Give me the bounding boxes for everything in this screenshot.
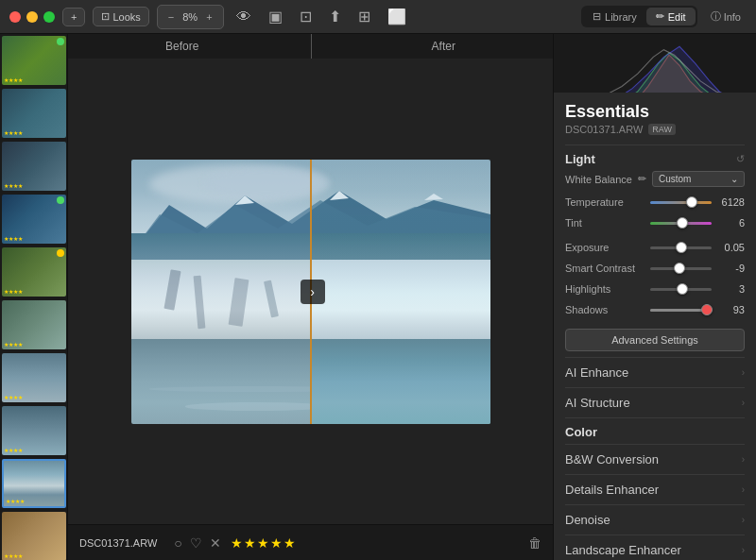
- exposure-thumb[interactable]: [676, 242, 687, 253]
- shadows-slider[interactable]: [650, 302, 712, 317]
- right-panel: ⊞ ≡ ☀ ☺ PRO ◷ ··· Essentials DSC01371.AR…: [553, 34, 756, 560]
- circle-icon[interactable]: ○: [174, 535, 181, 551]
- details-enhancer-item[interactable]: Details Enhancer ›: [565, 474, 745, 504]
- maximize-button[interactable]: [43, 11, 55, 23]
- denoise-item[interactable]: Denoise ›: [565, 504, 745, 535]
- looks-icon: ⊡: [101, 10, 110, 23]
- chevron-right-icon: ›: [742, 484, 745, 495]
- split-divider: ›: [310, 160, 312, 424]
- looks-button[interactable]: ⊡ Looks: [93, 7, 148, 26]
- chevron-right-icon: ›: [742, 545, 745, 555]
- zoom-in-button[interactable]: +: [201, 8, 216, 25]
- temperature-value: 6128: [712, 196, 745, 208]
- landscape-enhancer-item[interactable]: Landscape Enhancer ›: [565, 535, 745, 560]
- color-section-header[interactable]: Color: [565, 417, 745, 444]
- highlights-value: 3: [712, 283, 745, 295]
- filmstrip-thumb-8[interactable]: ★★★★: [2, 406, 66, 455]
- exposure-row: Exposure 0.05: [565, 240, 745, 255]
- temperature-slider[interactable]: [650, 195, 712, 210]
- tab-library[interactable]: ⊟ Library: [583, 8, 646, 25]
- compare-button[interactable]: ▣: [264, 5, 287, 28]
- crop-button[interactable]: ⊡: [295, 5, 317, 28]
- highlights-slider[interactable]: [650, 281, 712, 297]
- highlights-label: Highlights: [565, 283, 650, 295]
- tint-thumb[interactable]: [677, 217, 688, 229]
- highlights-row: Highlights 3: [565, 281, 745, 297]
- photo-container: ›: [68, 59, 553, 524]
- filmstrip-thumb-4[interactable]: ★★★★: [2, 195, 66, 244]
- photo-frame: ›: [131, 160, 490, 424]
- ai-enhance-item[interactable]: AI Enhance ›: [565, 357, 745, 387]
- exposure-label: Exposure: [565, 242, 650, 253]
- temperature-label: Temperature: [565, 196, 650, 208]
- library-icon: ⊟: [593, 10, 601, 23]
- export-button[interactable]: ⬆: [324, 5, 346, 28]
- trash-button[interactable]: 🗑: [528, 535, 541, 551]
- filmstrip: ★★★★ ★★★★ ★★★★ ★★★★ ★★★★ ★★★★: [0, 34, 68, 560]
- new-tab-button[interactable]: +: [62, 8, 85, 26]
- histogram-svg: [554, 34, 756, 93]
- after-label: After: [432, 40, 455, 53]
- bw-conversion-item[interactable]: B&W Conversion ›: [565, 444, 745, 474]
- light-reset-button[interactable]: ↺: [736, 153, 745, 165]
- ai-structure-item[interactable]: AI Structure ›: [565, 387, 745, 417]
- shadows-value: 93: [712, 304, 745, 315]
- smart-contrast-slider[interactable]: [650, 261, 712, 276]
- filmstrip-thumb-6[interactable]: ★★★★: [2, 300, 66, 349]
- grid-button[interactable]: ⊞: [353, 5, 375, 28]
- heart-icon[interactable]: ♡: [190, 535, 202, 551]
- compare-labels: Before After: [68, 34, 553, 59]
- wb-custom-dropdown[interactable]: Custom ⌄: [652, 171, 745, 187]
- chevron-right-icon: ›: [742, 398, 745, 408]
- white-balance-row: White Balance ✏ Custom ⌄: [565, 171, 745, 187]
- temperature-row: Temperature 6128: [565, 195, 745, 210]
- bottom-bar: DSC01371.ARW ○ ♡ ✕ ★★★★★ 🗑: [68, 524, 553, 560]
- filmstrip-thumb-7[interactable]: ★★★★: [2, 353, 66, 402]
- fullscreen-button[interactable]: ⬜: [383, 5, 411, 28]
- advanced-settings-button[interactable]: Advanced Settings: [565, 329, 745, 351]
- filmstrip-thumb-5[interactable]: ★★★★: [2, 247, 66, 297]
- zoom-out-button[interactable]: −: [163, 8, 179, 25]
- tab-edit[interactable]: ✏ Edit: [646, 8, 696, 25]
- shadows-thumb[interactable]: [701, 304, 713, 315]
- info-icon: ⓘ: [711, 9, 721, 24]
- filmstrip-thumb-2[interactable]: ★★★★: [2, 89, 66, 138]
- minimize-button[interactable]: [26, 11, 38, 23]
- temperature-thumb[interactable]: [686, 196, 697, 208]
- compare-divider: [311, 34, 312, 59]
- shadows-row: Shadows 93: [565, 302, 745, 317]
- light-section-header[interactable]: Light ↺: [565, 144, 745, 171]
- zoom-control: − 8% +: [157, 5, 224, 29]
- shadows-fill: [650, 309, 707, 312]
- split-arrow-button[interactable]: ›: [301, 280, 325, 304]
- eye-button[interactable]: 👁: [232, 6, 256, 28]
- info-button[interactable]: ⓘ Info: [705, 7, 747, 26]
- reject-icon[interactable]: ✕: [210, 535, 221, 551]
- filmstrip-thumb-10[interactable]: ★★★★: [2, 512, 66, 560]
- edit-icon: ✏: [656, 10, 664, 23]
- wb-picker-icon[interactable]: ✏: [638, 173, 646, 185]
- tint-slider[interactable]: [650, 215, 712, 230]
- bottom-filename: DSC01371.ARW: [79, 537, 157, 549]
- smart-contrast-label: Smart Contrast: [565, 263, 650, 274]
- tint-value: 6: [712, 217, 745, 229]
- exposure-slider[interactable]: [650, 240, 712, 255]
- main-tabs: ⊟ Library ✏ Edit: [581, 6, 697, 27]
- smart-contrast-thumb[interactable]: [674, 263, 685, 274]
- highlights-thumb[interactable]: [677, 283, 688, 295]
- chevron-right-icon: ›: [742, 367, 745, 378]
- filmstrip-thumb-1[interactable]: ★★★★: [2, 36, 66, 85]
- chevron-right-icon: ›: [742, 515, 745, 525]
- rating-stars[interactable]: ★★★★★: [231, 535, 297, 551]
- filmstrip-thumb-9[interactable]: ★★★★: [2, 459, 66, 508]
- filmstrip-thumb-3[interactable]: ★★★★: [2, 142, 66, 191]
- chevron-down-icon: ⌄: [730, 174, 738, 184]
- smart-contrast-row: Smart Contrast -9: [565, 261, 745, 276]
- close-button[interactable]: [9, 11, 21, 23]
- shadows-label: Shadows: [565, 304, 650, 315]
- wb-label: White Balance: [565, 174, 632, 185]
- main-layout: ★★★★ ★★★★ ★★★★ ★★★★ ★★★★ ★★★★: [0, 34, 756, 560]
- exposure-value: 0.05: [712, 242, 745, 253]
- raw-badge: RAW: [648, 124, 676, 135]
- zoom-value: 8%: [182, 11, 198, 23]
